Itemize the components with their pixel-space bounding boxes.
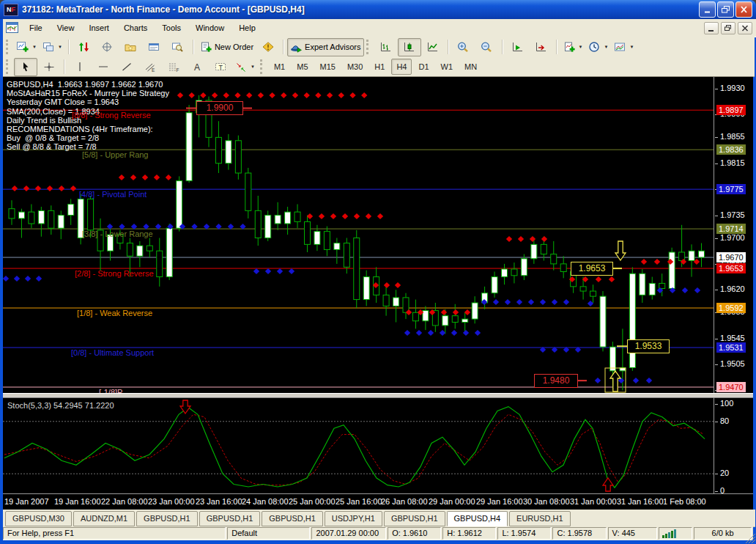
zoom-out-button[interactable] xyxy=(475,38,499,56)
toolbar-grip[interactable] xyxy=(6,40,10,54)
auto-scroll-button[interactable] xyxy=(506,38,530,56)
chart-tab-gbpusd-h1[interactable]: GBPUSD,H1 xyxy=(262,511,323,526)
toolbar-grip[interactable] xyxy=(6,59,10,74)
time-axis[interactable]: 19 Jan 200719 Jan 16:0022 Jan 08:0023 Ja… xyxy=(3,493,753,511)
stoch-axis-label: 20 xyxy=(720,468,729,477)
mdi-close-button[interactable] xyxy=(738,22,752,34)
equidistant-channel-button[interactable]: E xyxy=(138,58,162,76)
timeframe-m1-button[interactable]: M1 xyxy=(269,59,290,75)
trendline-button[interactable] xyxy=(115,58,138,76)
chart-price-tag-3[interactable]: 1.9480 xyxy=(534,374,578,388)
mdi-restore-button[interactable] xyxy=(721,22,735,34)
stochastic-canvas[interactable] xyxy=(3,397,714,493)
time-axis-label: 29 Jan 16:00 xyxy=(476,497,523,506)
time-axis-label: 29 Jan 00:00 xyxy=(429,497,475,506)
expert-advisors-button[interactable]: Expert Advisors xyxy=(287,38,363,56)
strategy-tester-button[interactable] xyxy=(166,38,190,56)
chart-info-line-6: Buy @ 0/8 & Target = 2/8 xyxy=(7,133,169,142)
mdi-window-controls xyxy=(704,22,755,34)
timeframe-m30-button[interactable]: M30 xyxy=(342,59,368,75)
murrey-label-7: [-1/8]P xyxy=(99,388,122,393)
fibonacci-button[interactable]: F xyxy=(162,58,185,76)
close-button[interactable] xyxy=(735,1,752,18)
price-axis-tick xyxy=(715,89,718,89)
chart-bars-button[interactable] xyxy=(374,38,398,56)
price-axis-tag: 1.9470 xyxy=(716,382,746,392)
terminal-button[interactable] xyxy=(143,38,166,56)
price-axis-tag: 1.9897 xyxy=(716,105,746,115)
chart-tab-eurusd-h1[interactable]: EURUSD,H1 xyxy=(509,511,571,526)
toolbar-separator xyxy=(502,40,503,54)
chart-tab-audnzd-m1[interactable]: AUDNZD,M1 xyxy=(73,511,135,526)
data-window-button[interactable] xyxy=(96,38,119,56)
chart-info-line-2: Yesterday GMT Close = 1.9643 xyxy=(7,98,169,106)
menu-file[interactable]: File xyxy=(22,21,50,34)
chart-candles-button[interactable] xyxy=(398,38,421,56)
new-order-button[interactable]: New Order xyxy=(197,38,256,56)
timeframe-m5-button[interactable]: M5 xyxy=(292,59,313,75)
mdi-minimize-button[interactable] xyxy=(704,22,719,34)
new-chart-button[interactable]: ▼ xyxy=(14,38,40,56)
title-bar[interactable]: NF 371182: MetaTrader - North Finance - … xyxy=(0,0,756,19)
cursor-button[interactable] xyxy=(14,58,37,76)
chart-tab-bar: GBPUSD,M30AUDNZD,M1GBPUSD,H1GBPUSD,H1GBP… xyxy=(3,510,755,527)
toolbar-grip[interactable] xyxy=(260,59,264,74)
chart-price-tag-1[interactable]: 1.9653 xyxy=(571,262,613,276)
chart-tab-usdjpy-h1[interactable]: USDJPY,H1 xyxy=(325,511,382,526)
templates-button[interactable]: ▼ xyxy=(611,38,637,56)
text-label-icon: T xyxy=(215,62,227,73)
menu-view[interactable]: View xyxy=(50,21,82,34)
chart-tab-gbpusd-m30[interactable]: GBPUSD,M30 xyxy=(5,511,72,526)
horizontal-line-button[interactable] xyxy=(92,58,115,76)
expert-advisors-label: Expert Advisors xyxy=(305,43,360,51)
timeframe-d1-button[interactable]: D1 xyxy=(413,59,434,75)
menu-tools[interactable]: Tools xyxy=(155,21,188,34)
crosshair-button[interactable] xyxy=(37,58,61,76)
chart-tab-gbpusd-h1[interactable]: GBPUSD,H1 xyxy=(199,511,261,526)
indicators-button[interactable]: ▼ xyxy=(560,38,586,56)
stoch-axis-tick xyxy=(715,474,718,474)
standard-toolbar: ▼▼New OrderExpert Advisors▼▼▼ xyxy=(3,37,755,58)
price-axis-label: 1.9930 xyxy=(720,84,745,92)
timeframe-h4-button[interactable]: H4 xyxy=(391,59,412,75)
status-bar: For Help, press F1Default2007.01.29 00:0… xyxy=(3,526,753,540)
chart-shift-button[interactable] xyxy=(530,38,553,56)
chart-price-tag-0[interactable]: 1.9900 xyxy=(196,101,243,115)
price-axis[interactable]: 1.99301.98901.98551.98151.97751.97351.97… xyxy=(714,77,754,393)
timeframe-m15-button[interactable]: M15 xyxy=(315,59,341,75)
chart-line-button[interactable] xyxy=(421,38,445,56)
metaeditor-button[interactable] xyxy=(256,38,280,56)
text-button[interactable]: A xyxy=(185,58,209,76)
menu-help[interactable]: Help xyxy=(231,21,263,34)
timeframe-mn-button[interactable]: MN xyxy=(459,59,482,75)
stochastic-axis[interactable]: 10080200 xyxy=(714,397,754,493)
menu-window[interactable]: Window xyxy=(188,21,231,34)
minimize-button[interactable] xyxy=(699,1,716,18)
profiles-button[interactable]: ▼ xyxy=(40,38,65,56)
chart-objects xyxy=(186,109,627,392)
restore-button[interactable] xyxy=(717,1,734,18)
status-profile: Default xyxy=(227,527,310,540)
market-watch-button[interactable] xyxy=(73,38,96,56)
vertical-line-button[interactable] xyxy=(68,58,92,76)
chart-tab-gbpusd-h1[interactable]: GBPUSD,H1 xyxy=(136,511,198,526)
timeframe-w1-button[interactable]: W1 xyxy=(436,59,459,75)
navigator-button[interactable] xyxy=(119,38,143,56)
stoch-axis-tick xyxy=(715,491,718,492)
text-label-button[interactable]: T xyxy=(209,58,232,76)
chart-tab-gbpusd-h4[interactable]: GBPUSD,H4 xyxy=(447,511,508,526)
timeframe-h1-button[interactable]: H1 xyxy=(369,59,390,75)
periods-button[interactable]: ▼ xyxy=(585,38,611,56)
resize-grip[interactable] xyxy=(745,533,755,543)
chart-tab-gbpusd-h1[interactable]: GBPUSD,H1 xyxy=(384,511,445,526)
stochastic-pane[interactable]: Stoch(5,3,3) 54.2945 71.2220 xyxy=(3,397,714,493)
status-traffic: 6/0 kb xyxy=(694,527,752,540)
toolbar-grip[interactable] xyxy=(366,40,371,54)
status-volume: V: 445 xyxy=(608,527,657,540)
arrows-tool-button[interactable]: ▼ xyxy=(232,58,258,76)
zoom-in-button[interactable] xyxy=(452,38,475,56)
chart-price-tag-2[interactable]: 1.9533 xyxy=(627,339,670,353)
main-chart-pane[interactable]: GBPUSD,H4 1.9663 1.9697 1.9662 1.9670MoS… xyxy=(3,77,714,393)
menu-charts[interactable]: Charts xyxy=(116,21,155,34)
menu-insert[interactable]: Insert xyxy=(81,21,116,34)
